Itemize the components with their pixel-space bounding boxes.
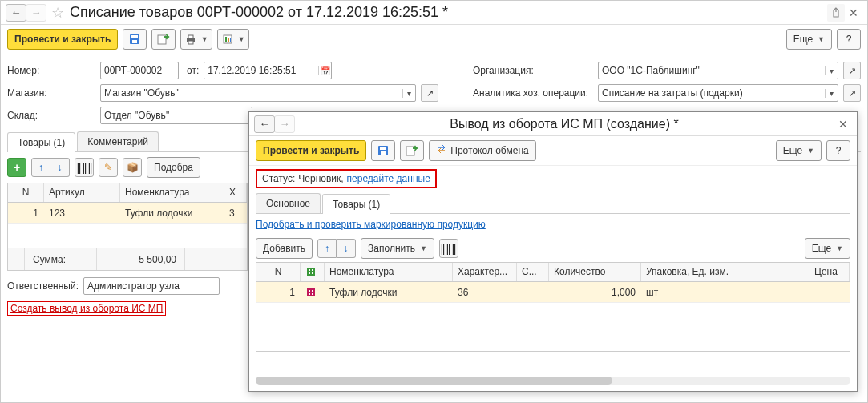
exchange-log-button[interactable]: Протокол обмена	[429, 140, 535, 161]
sub-col-n: N	[256, 263, 301, 281]
sub-col-char: Характер...	[453, 263, 517, 281]
status-label: Статус:	[262, 173, 295, 184]
col-article: Артикул	[44, 183, 120, 202]
nav-forward-button[interactable]: →	[26, 4, 46, 22]
shop-open-button[interactable]: ↗	[421, 84, 438, 102]
edit-button[interactable]: ✎	[99, 158, 118, 177]
attach-icon[interactable]	[827, 4, 845, 22]
create-withdrawal-link[interactable]: Создать вывод из оборота ИС МП	[7, 301, 166, 316]
close-button[interactable]: ✕	[845, 4, 862, 22]
org-input[interactable]: ООО "1С-Паблишинг"▾	[598, 62, 838, 79]
move-up-button[interactable]: ↑	[31, 158, 50, 177]
analytics-open-button[interactable]: ↗	[843, 84, 861, 102]
sub-col-price: Цена	[809, 263, 850, 281]
tab-comment[interactable]: Комментарий	[77, 131, 159, 151]
mark-icon	[301, 284, 325, 301]
sub-fill-button[interactable]: Заполнить▼	[361, 238, 434, 259]
print-button[interactable]: ▼	[180, 29, 212, 50]
svg-rect-8	[225, 37, 227, 42]
sub-move-down-button[interactable]: ↓	[337, 239, 356, 258]
svg-rect-13	[381, 151, 386, 155]
sub-help-button[interactable]: ?	[826, 140, 850, 161]
svg-rect-17	[312, 269, 313, 271]
sub-col-mark	[301, 263, 325, 281]
horizontal-scrollbar[interactable]	[256, 377, 850, 385]
total-label: Сумма:	[25, 248, 97, 270]
org-open-button[interactable]: ↗	[843, 62, 861, 79]
nav-back-button[interactable]: ←	[6, 4, 26, 22]
sub-col-nomen: Номенклатура	[325, 263, 453, 281]
post-button[interactable]	[151, 29, 176, 50]
package-button[interactable]: 📦	[123, 158, 142, 177]
svg-rect-23	[309, 293, 310, 295]
from-label: от:	[187, 65, 199, 76]
svg-rect-2	[132, 40, 137, 43]
svg-rect-22	[312, 290, 313, 292]
responsible-label: Ответственный:	[7, 280, 79, 292]
status-link[interactable]: передайте данные	[347, 173, 430, 184]
sub-barcode-button[interactable]: ∥∥∥	[439, 239, 458, 258]
sub-move-up-button[interactable]: ↑	[317, 239, 337, 258]
total-value: 5 500,00	[97, 248, 185, 270]
sub-tab-goods[interactable]: Товары (1)	[322, 194, 390, 214]
col-x: Х	[224, 183, 247, 202]
sub-col-s: С...	[517, 263, 549, 281]
calendar-icon[interactable]: 📅	[318, 66, 331, 75]
shop-label: Магазин:	[7, 87, 95, 99]
number-input[interactable]: 00РТ-000002	[100, 62, 179, 79]
barcode-button[interactable]: ∥∥∥	[75, 158, 94, 177]
number-label: Номер:	[7, 65, 95, 76]
svg-rect-15	[307, 268, 315, 276]
svg-rect-6	[188, 41, 193, 44]
svg-rect-5	[188, 35, 193, 38]
sub-table-row[interactable]: 1 Туфли лодочки 36 1,000 шт	[256, 282, 850, 303]
org-label: Организация:	[473, 65, 593, 76]
sub-nav-back-button[interactable]: ←	[254, 115, 275, 133]
sub-col-pack: Упаковка, Ед. изм.	[641, 263, 809, 281]
help-button[interactable]: ?	[837, 29, 861, 50]
table-row[interactable]: 1 123 Туфли лодочки 3	[8, 203, 247, 224]
shop-input[interactable]: Магазин "Обувь"▾	[100, 84, 416, 102]
col-n: N	[8, 183, 44, 202]
sub-grid-more-button[interactable]: Еще▼	[805, 238, 850, 259]
sub-save-button[interactable]	[371, 140, 395, 161]
post-and-close-button[interactable]: Провести и закрыть	[7, 29, 118, 50]
sub-page-title: Вывод из оборота ИС МП (создание) *	[294, 117, 834, 131]
sub-col-qty: Количество	[549, 263, 641, 281]
svg-rect-1	[131, 35, 138, 38]
col-nomenclature: Номенклатура	[120, 183, 224, 202]
svg-rect-10	[230, 38, 231, 42]
date-input[interactable]: 17.12.2019 16:25:51 📅	[204, 62, 332, 79]
move-down-button[interactable]: ↓	[50, 158, 70, 177]
add-row-button[interactable]: +	[7, 158, 26, 177]
sub-tab-main[interactable]: Основное	[256, 193, 321, 213]
warehouse-input[interactable]: Отдел "Обувь"	[100, 107, 252, 124]
favorite-star-icon[interactable]: ☆	[49, 4, 67, 22]
sub-more-button[interactable]: Еще▼	[776, 140, 822, 161]
warehouse-label: Склад:	[7, 110, 95, 121]
status-value: Черновик,	[298, 173, 343, 184]
sub-close-button[interactable]: ✕	[834, 115, 852, 133]
sub-post-and-close-button[interactable]: Провести и закрыть	[256, 140, 366, 161]
svg-rect-24	[312, 293, 313, 295]
sub-post-button[interactable]	[400, 140, 424, 161]
sub-nav-forward-button[interactable]: →	[274, 115, 295, 133]
svg-rect-20	[307, 288, 315, 296]
svg-rect-9	[228, 38, 229, 42]
save-button[interactable]	[123, 29, 147, 50]
svg-rect-16	[309, 269, 310, 271]
status-block: Статус: Черновик, передайте данные	[256, 169, 437, 188]
svg-rect-21	[309, 290, 310, 292]
responsible-input[interactable]: Администратор узла	[83, 277, 220, 295]
more-button[interactable]: Еще▼	[786, 29, 832, 50]
sub-add-button[interactable]: Добавить	[256, 238, 313, 259]
pick-verify-link[interactable]: Подобрать и проверить маркированную прод…	[256, 219, 486, 230]
report-button[interactable]: ▼	[217, 29, 249, 50]
svg-rect-19	[312, 272, 313, 274]
select-items-button[interactable]: Подобра	[147, 157, 200, 178]
svg-rect-18	[309, 272, 310, 274]
svg-rect-12	[380, 147, 386, 150]
tab-goods[interactable]: Товары (1)	[7, 132, 75, 152]
analytics-label: Аналитика хоз. операции:	[473, 87, 593, 99]
analytics-input[interactable]: Списание на затраты (подарки)▾	[598, 84, 838, 102]
